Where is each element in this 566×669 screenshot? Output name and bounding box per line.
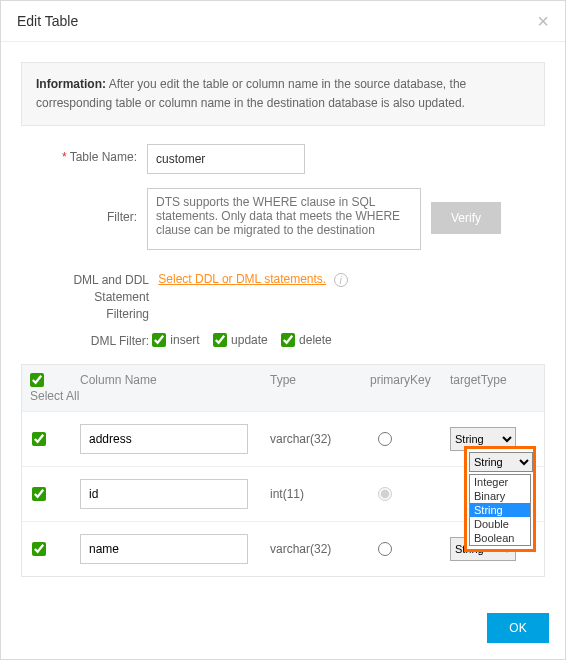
verify-button[interactable]: Verify [431, 202, 501, 234]
target-type-dropdown-open: String Integer Binary String Double Bool… [464, 446, 536, 552]
dml-filter-row: DML Filter: insert update delete [29, 333, 537, 350]
primary-key-radio[interactable] [378, 432, 392, 446]
th-type: Type [270, 373, 370, 387]
dialog-footer: OK [1, 597, 565, 659]
edit-table-dialog: Edit Table × Information: After you edit… [0, 0, 566, 660]
th-column-name: Column Name [80, 373, 270, 387]
column-type: int(11) [270, 487, 370, 501]
option-boolean[interactable]: Boolean [470, 531, 530, 545]
table-name-input[interactable] [147, 144, 305, 174]
select-all-checkbox[interactable] [30, 373, 44, 387]
ok-button[interactable]: OK [487, 613, 549, 643]
target-type-options: Integer Binary String Double Boolean [469, 474, 531, 546]
option-binary[interactable]: Binary [470, 489, 530, 503]
table-header: Select All Column Name Type primaryKey t… [22, 365, 544, 411]
checkbox-icon[interactable] [213, 333, 227, 347]
dml-delete-checkbox[interactable]: delete [281, 333, 332, 347]
dialog-body: Information: After you edit the table or… [1, 42, 565, 597]
row-checkbox[interactable] [32, 542, 46, 556]
row-checkbox[interactable] [32, 487, 46, 501]
filter-row: Filter: Verify [29, 188, 537, 250]
info-label: Information: [36, 77, 106, 91]
info-box: Information: After you edit the table or… [21, 62, 545, 126]
dml-insert-checkbox[interactable]: insert [152, 333, 199, 347]
ddl-label: DML and DDL Statement Filtering [73, 272, 149, 322]
info-icon[interactable]: i [334, 273, 348, 287]
column-name-input[interactable] [80, 534, 248, 564]
th-target-type: targetType [450, 373, 528, 387]
column-name-input[interactable] [80, 479, 248, 509]
checkbox-icon[interactable] [152, 333, 166, 347]
th-primary-key: primaryKey [370, 373, 450, 387]
dml-update-checkbox[interactable]: update [213, 333, 268, 347]
option-double[interactable]: Double [470, 517, 530, 531]
filter-textarea[interactable] [147, 188, 421, 250]
primary-key-radio[interactable] [378, 542, 392, 556]
ddl-block: DML and DDL Statement Filtering Select D… [29, 264, 537, 322]
ddl-link[interactable]: Select DDL or DML statements. [158, 272, 326, 286]
table-name-row: *Table Name: [29, 144, 537, 174]
option-string[interactable]: String [470, 503, 530, 517]
column-type: varchar(32) [270, 432, 370, 446]
column-name-input[interactable] [80, 424, 248, 454]
table-name-label: *Table Name: [29, 144, 147, 164]
dialog-header: Edit Table × [1, 1, 565, 42]
close-icon[interactable]: × [537, 11, 549, 31]
table-row: varchar(32) String String Integer Binary… [22, 411, 544, 466]
option-integer[interactable]: Integer [470, 475, 530, 489]
th-select-all[interactable]: Select All [30, 373, 80, 403]
column-type: varchar(32) [270, 542, 370, 556]
checkbox-icon[interactable] [281, 333, 295, 347]
primary-key-radio[interactable] [378, 487, 392, 501]
target-type-selected[interactable]: String [469, 452, 533, 472]
filter-label: Filter: [29, 188, 147, 224]
row-checkbox[interactable] [32, 432, 46, 446]
dml-filter-label: DML Filter: [73, 333, 149, 350]
columns-table: Select All Column Name Type primaryKey t… [21, 364, 545, 577]
filter-wrap: Verify [147, 188, 501, 250]
dialog-title: Edit Table [17, 13, 78, 29]
form-area: *Table Name: Filter: Verify DML and DDL … [21, 126, 545, 349]
